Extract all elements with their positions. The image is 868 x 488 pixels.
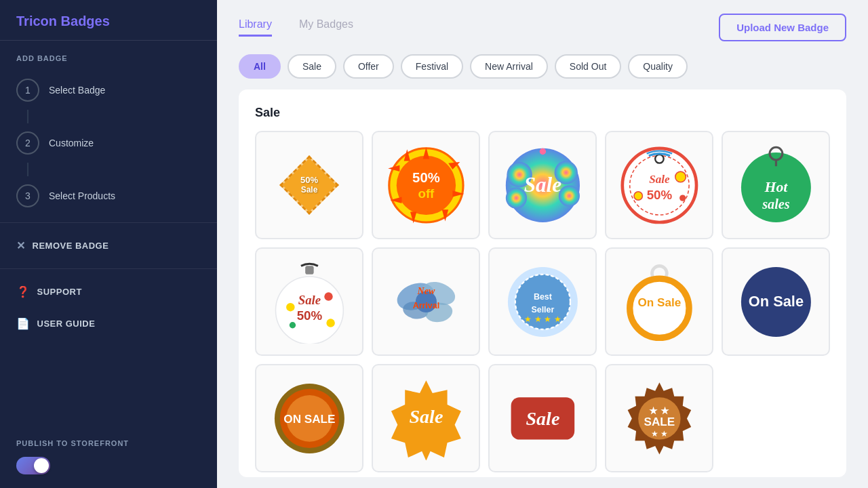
svg-text:50%: 50%	[646, 187, 672, 201]
tab-library[interactable]: Library	[239, 18, 272, 37]
sidebar: Tricon Badges ADD BADGE 1 Select Badge 2…	[0, 0, 217, 488]
svg-text:sales: sales	[762, 196, 790, 211]
step-3-circle: 3	[16, 184, 39, 207]
on-sale-dark-svg: On Sale	[734, 260, 818, 344]
support-action[interactable]: ❓ SUPPORT	[0, 276, 217, 308]
svg-point-37	[326, 319, 334, 327]
badge-on-sale-dark[interactable]: On Sale	[722, 247, 830, 356]
app-title: Tricon Badges	[0, 0, 217, 41]
filter-all[interactable]: All	[239, 54, 281, 79]
svg-text:★ ★ ★ ★: ★ ★ ★ ★	[524, 314, 561, 324]
svg-point-21	[655, 155, 663, 163]
svg-point-24	[675, 171, 686, 182]
document-icon: 📄	[16, 317, 31, 330]
badge-diamond-50[interactable]: 50%Sale	[255, 131, 363, 239]
badge-gear-sale[interactable]: ★ ★ SALE ★ ★	[605, 364, 713, 472]
svg-text:On Sale: On Sale	[637, 295, 681, 308]
svg-text:ON SALE: ON SALE	[283, 411, 335, 425]
publish-toggle[interactable]	[16, 457, 50, 474]
svg-point-39	[289, 322, 295, 328]
publish-label: PUBLISH TO STOREFRONT	[16, 439, 201, 447]
badge-on-sale-ring[interactable]: On Sale	[605, 247, 713, 356]
sale-red-svg: Sale	[500, 376, 585, 461]
filter-quality[interactable]: Quality	[628, 54, 688, 79]
svg-text:Sale: Sale	[524, 172, 561, 196]
badge-colorful-sale[interactable]: Sale	[488, 131, 597, 239]
gallery-container: Sale 50%Sale	[239, 89, 846, 477]
step-3-label: Select Products	[49, 190, 115, 201]
support-icon: ❓	[16, 285, 31, 298]
filter-new-arrival[interactable]: New Arrival	[470, 54, 548, 79]
tab-my-badges[interactable]: My Badges	[299, 18, 353, 37]
svg-text:Hot: Hot	[764, 178, 788, 195]
step-2-circle: 2	[16, 131, 39, 155]
topbar: Library My Badges Upload New Badge	[217, 0, 868, 54]
sunburst-svg: 50% off	[384, 143, 469, 228]
badge-sale-red[interactable]: Sale	[488, 364, 597, 472]
svg-text:off: off	[418, 186, 435, 201]
add-badge-label: ADD BADGE	[0, 41, 217, 70]
svg-point-36	[286, 303, 294, 311]
publish-section: PUBLISH TO STOREFRONT	[0, 426, 217, 488]
svg-point-38	[324, 292, 332, 300]
badge-new-arrival-ribbon[interactable]: New Arrival	[372, 247, 480, 356]
svg-text:Sale: Sale	[526, 407, 559, 428]
xmas-sale-svg: Sale 50%	[267, 260, 352, 344]
svg-text:Arrival: Arrival	[412, 300, 439, 310]
divider-2	[0, 268, 217, 269]
tabs: Library My Badges	[239, 18, 353, 37]
step-2[interactable]: 2 Customize	[0, 123, 217, 163]
badge-sale-blob[interactable]: Sale	[372, 364, 480, 472]
sale-badge-grid: 50%Sale 50% off	[255, 131, 830, 472]
hot-sales-svg: Hot sales	[734, 143, 818, 228]
best-seller-svg: ★ ★ ★ ★ Best Seller	[500, 260, 585, 344]
filter-offer[interactable]: Offer	[343, 54, 394, 79]
filter-festival[interactable]: Festival	[401, 54, 463, 79]
badge-best-seller[interactable]: ★ ★ ★ ★ Best Seller	[488, 247, 597, 356]
svg-text:SALE: SALE	[644, 415, 675, 428]
colorful-sale-svg: Sale	[500, 143, 585, 228]
user-guide-action[interactable]: 📄 USER GUIDE	[0, 308, 217, 340]
svg-text:Sale: Sale	[649, 173, 670, 186]
tag-sale-50-svg: Sale 50%	[617, 143, 702, 228]
filter-sale[interactable]: Sale	[288, 54, 336, 79]
svg-rect-32	[305, 266, 313, 274]
on-sale-ring-svg: On Sale	[617, 260, 702, 344]
badge-on-sale-gold[interactable]: ON SALE	[255, 364, 363, 472]
step-connector-1	[27, 110, 28, 123]
step-1-circle: 1	[16, 79, 39, 102]
badge-tag-sale-50[interactable]: Sale 50%	[605, 131, 713, 239]
badge-sunburst-50-off[interactable]: 50% off	[372, 131, 480, 239]
divider-1	[0, 222, 217, 223]
new-arrival-ribbon-svg: New Arrival	[384, 260, 469, 344]
svg-text:50%: 50%	[412, 169, 440, 184]
support-label: SUPPORT	[37, 287, 82, 297]
svg-point-26	[679, 195, 686, 201]
remove-badge-action[interactable]: ✕ REMOVE BADGE	[0, 230, 217, 262]
svg-point-25	[634, 191, 642, 199]
filter-sold-out[interactable]: Sold Out	[555, 54, 621, 79]
upload-new-badge-button[interactable]: Upload New Badge	[719, 14, 846, 41]
filter-bar: All Sale Offer Festival New Arrival Sold…	[217, 54, 868, 89]
badge-xmas-sale-50[interactable]: Sale 50%	[255, 247, 363, 356]
svg-text:50%: 50%	[296, 308, 322, 323]
on-sale-gold-svg: ON SALE	[267, 376, 352, 461]
svg-point-16	[558, 185, 579, 206]
svg-text:Sale: Sale	[409, 405, 443, 426]
svg-text:On Sale: On Sale	[748, 292, 803, 309]
gear-sale-svg: ★ ★ SALE ★ ★	[617, 376, 702, 461]
user-guide-label: USER GUIDE	[37, 319, 96, 329]
remove-icon: ✕	[16, 239, 26, 252]
svg-text:New: New	[416, 285, 435, 296]
toggle-thumb	[34, 458, 49, 473]
step-3[interactable]: 3 Select Products	[0, 176, 217, 216]
svg-point-17	[539, 148, 545, 154]
step-1-label: Select Badge	[49, 85, 105, 96]
sale-section-title: Sale	[255, 106, 830, 120]
step-1[interactable]: 1 Select Badge	[0, 70, 217, 110]
svg-text:★ ★: ★ ★	[650, 429, 667, 439]
svg-text:Best: Best	[533, 292, 551, 302]
badge-hot-sales[interactable]: Hot sales	[722, 131, 830, 239]
remove-badge-label: REMOVE BADGE	[33, 241, 109, 251]
sale-blob-svg: Sale	[384, 376, 469, 461]
